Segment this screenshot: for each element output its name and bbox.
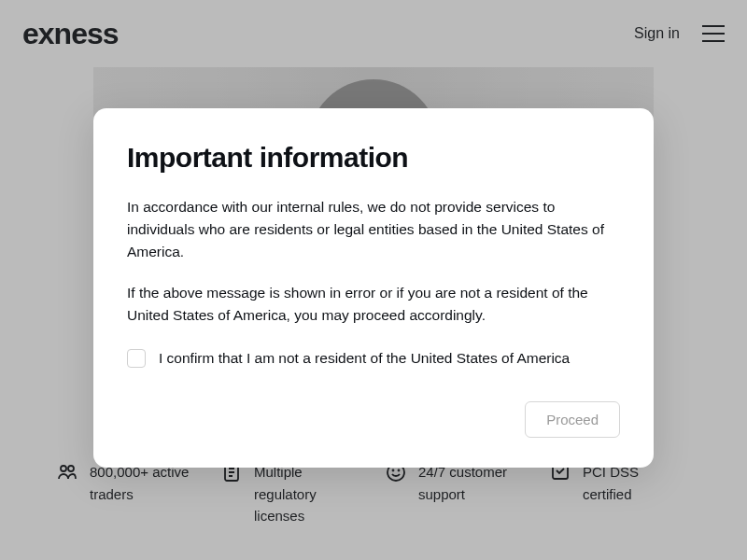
proceed-button[interactable]: Proceed — [525, 401, 620, 438]
modal-footer: Proceed — [127, 401, 620, 438]
confirm-checkbox-label[interactable]: I confirm that I am not a resident of th… — [159, 350, 570, 367]
confirm-checkbox[interactable] — [127, 349, 146, 368]
modal-title: Important information — [127, 142, 620, 174]
modal-paragraph: If the above message is shown in error o… — [127, 282, 620, 327]
modal-paragraph: In accordance with our internal rules, w… — [127, 196, 620, 263]
confirm-checkbox-row: I confirm that I am not a resident of th… — [127, 349, 620, 368]
important-information-modal: Important information In accordance with… — [93, 108, 654, 468]
